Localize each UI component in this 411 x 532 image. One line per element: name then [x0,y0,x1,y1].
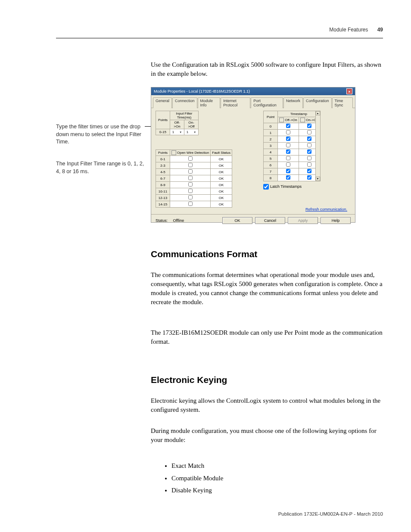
fault-detection-checkbox[interactable] [170,195,211,201]
timestamp-header-offon[interactable]: Off->On [278,117,299,123]
timestamp-offon-checkbox[interactable] [278,130,299,136]
list-item: Disable Keying [171,484,383,497]
fault-row-label: 14-15 [156,201,170,208]
fault-detection-checkbox[interactable] [170,169,211,175]
latch-checkbox-input[interactable] [263,184,269,190]
list-item: Exact Match [171,460,383,472]
tab-port-configuration[interactable]: Port Configuration [251,97,283,108]
timestamp-offon-checkbox[interactable] [278,156,299,162]
table-row: 7 [264,168,320,175]
timestamp-header-point: Point [264,111,278,123]
table-row: 3 [264,143,320,149]
help-button[interactable]: Help [321,217,351,224]
tab-configuration[interactable]: Configuration [303,97,332,108]
fault-status-cell: OK [211,195,232,201]
latch-label: Latch Timestamps [270,184,302,189]
fault-status-cell: OK [211,156,232,162]
table-row: 0-1OK [156,156,232,162]
ok-button[interactable]: OK [222,217,252,224]
table-row: 14-15OK [156,201,232,208]
timestamp-offon-checkbox[interactable] [278,162,299,168]
list-item: Compatible Module [171,472,383,485]
status-value: Offline [173,218,184,223]
timestamp-point-label: 1 [264,130,278,136]
fault-row-label: 12-13 [156,195,170,201]
table-row: 2 [264,136,320,143]
tab-network[interactable]: Network [283,97,303,108]
table-row: 2-3OK [156,162,232,169]
scroll-up-icon[interactable]: ▲ [316,111,320,115]
dialog-tabs: General Connection Module Info Internet … [151,95,355,108]
fault-detection-checkbox[interactable] [170,175,211,182]
tab-module-info[interactable]: Module Info [198,97,221,108]
timestamp-point-label: 5 [264,156,278,162]
filter-header-onoff: On->Off [184,120,199,129]
timestamp-point-label: 4 [264,149,278,156]
timestamp-offon-checkbox[interactable] [278,123,299,130]
timestamp-offon-checkbox[interactable] [278,149,299,156]
tab-time-sync[interactable]: Time Sync [332,97,353,108]
module-properties-dialog: Module Properties - Local (1732E-IB16M12… [151,87,355,223]
fault-status-cell: OK [211,188,232,195]
timestamp-point-label: 3 [264,143,278,149]
timestamp-point-label: 8 [264,175,278,181]
page-header: Module Features 49 [329,27,383,33]
table-row: 12-13OK [156,195,232,201]
communications-format-para2: The 1732E-IB16M12SOEDR module can only u… [151,328,383,346]
timestamp-point-label: 6 [264,162,278,168]
filter-header-main: Input Filter Time(ms) [170,111,199,120]
close-icon[interactable]: × [346,88,352,94]
timestamp-offon-checkbox[interactable] [278,168,299,175]
sidebar-note-filter-times: Type the filter times or use the drop do… [56,123,144,146]
fault-row-label: 10-11 [156,188,170,195]
table-row: 8 [264,175,320,181]
input-filter-time-table: Points Input Filter Time(ms) Off->On On-… [156,111,199,135]
fault-row-label: 6-7 [156,175,170,182]
communications-format-heading: Communications Format [151,249,257,259]
section-title: Module Features [329,27,368,33]
fault-detection-checkbox[interactable] [170,201,211,208]
fault-status-cell: OK [211,169,232,175]
publication-footer: Publication 1732E-UM002A-EN-P - March 20… [278,511,383,516]
tab-general[interactable]: General [153,97,172,108]
fault-detection-checkbox[interactable] [170,182,211,188]
dialog-status-bar: Status: Offline OK Cancel Apply Help [151,214,355,227]
fault-header-detection: Open Wire Detection [170,150,211,156]
table-row: 1 [264,130,320,136]
fault-header-points: Points [156,150,170,156]
cancel-button[interactable]: Cancel [255,217,285,224]
filter-header-points: Points [156,111,170,129]
page-number: 49 [377,27,383,33]
fault-status-cell: OK [211,201,232,208]
fault-detection-checkbox[interactable] [170,156,211,162]
fault-header-status: Fault Status [211,150,232,156]
status-label: Status: [156,218,168,223]
refresh-communication-link[interactable]: Refresh communication. [305,207,347,212]
tab-internet-protocol[interactable]: Internet Protocol [221,97,250,108]
fault-row-label: 2-3 [156,162,170,169]
table-row: 4 [264,149,320,156]
timestamp-offon-checkbox[interactable] [278,175,299,181]
filter-onoff-dropdown[interactable]: 1 [184,129,199,135]
scroll-down-icon[interactable]: ▼ [316,177,320,181]
timestamp-offon-checkbox[interactable] [278,143,299,149]
fault-detection-checkbox[interactable] [170,162,211,169]
tab-connection[interactable]: Connection [172,97,197,108]
fault-status-cell: OK [211,182,232,188]
table-row: 8-9OK [156,182,232,188]
fault-row-label: 4-5 [156,169,170,175]
communications-format-para1: The communications format determines wha… [151,271,383,307]
latch-timestamps-checkbox[interactable]: Latch Timestamps [263,184,320,190]
table-row: 10-11OK [156,188,232,195]
table-row: 6 [264,162,320,168]
table-row: 5 [264,156,320,162]
timestamp-point-label: 7 [264,168,278,175]
filter-header-offon: Off->On [170,120,184,129]
electronic-keying-heading: Electronic Keying [151,375,227,385]
fault-status-cell: OK [211,162,232,169]
fault-detection-checkbox[interactable] [170,188,211,195]
header-rule [56,38,383,38]
timestamp-scrollbar[interactable]: ▲ ▼ [315,111,321,181]
timestamp-offon-checkbox[interactable] [278,136,299,143]
filter-offon-dropdown[interactable]: 1 [170,129,184,135]
